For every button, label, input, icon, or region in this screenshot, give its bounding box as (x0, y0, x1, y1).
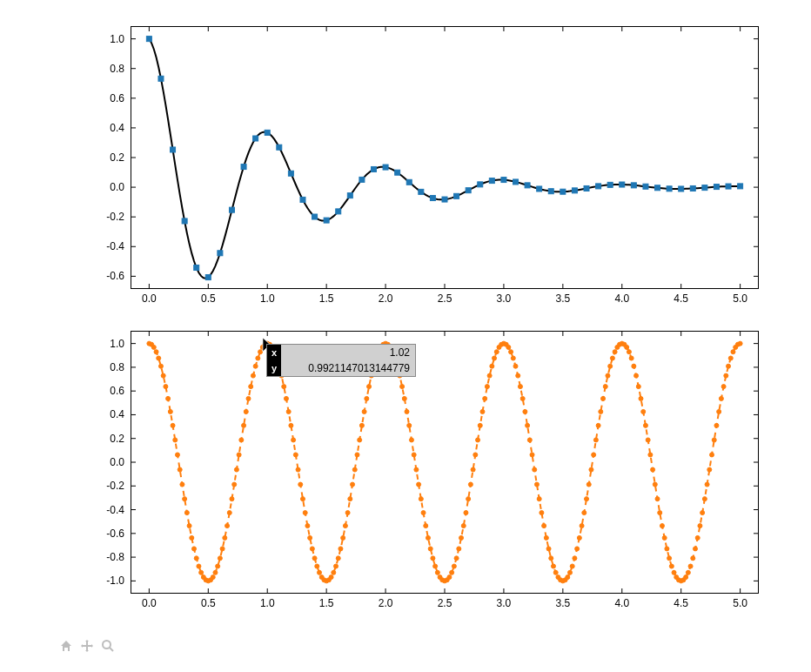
axes-top[interactable]: 0.00.51.01.52.02.53.03.54.04.55.0 -0.6-0… (131, 26, 759, 289)
marker (289, 423, 293, 427)
marker (229, 207, 234, 212)
marker (332, 570, 336, 575)
x-tick-label: 2.0 (379, 597, 393, 609)
y-tick-label: 0.2 (110, 433, 124, 445)
marker (298, 482, 303, 487)
marker (318, 570, 322, 575)
marker (540, 511, 544, 515)
marker (466, 497, 471, 501)
marker (168, 409, 172, 413)
marker (694, 547, 698, 551)
y-tick-label: -0.2 (106, 211, 124, 223)
home-icon[interactable] (57, 637, 75, 655)
marker (239, 438, 244, 442)
marker (286, 409, 291, 413)
marker (698, 524, 702, 528)
marker (293, 453, 298, 457)
marker (450, 570, 454, 575)
marker (220, 547, 225, 551)
marker (282, 385, 286, 389)
y-tick-label: -1.0 (106, 575, 124, 587)
x-tick-label: 4.0 (614, 292, 629, 305)
marker (334, 564, 338, 568)
marker (426, 535, 430, 540)
marker (599, 409, 603, 413)
marker (223, 535, 227, 540)
marker (601, 396, 606, 400)
marker (473, 453, 478, 457)
marker (183, 497, 187, 501)
marker (501, 178, 506, 183)
marker (509, 350, 513, 354)
marker (738, 341, 742, 346)
marker (607, 182, 613, 187)
marker (466, 188, 471, 193)
marker (471, 467, 475, 472)
marker (447, 575, 452, 580)
marker (146, 37, 151, 42)
marker (511, 356, 515, 360)
marker (452, 564, 456, 568)
marker (476, 438, 480, 442)
marker (351, 482, 355, 487)
pan-icon[interactable] (78, 637, 96, 655)
marker (303, 511, 307, 515)
marker (218, 251, 223, 256)
marker (589, 467, 593, 472)
marker (365, 396, 369, 400)
marker (315, 564, 319, 568)
marker (494, 350, 499, 354)
marker (478, 423, 482, 427)
axes-bottom[interactable]: 0.00.51.01.52.02.53.03.54.04.55.0 -1.0-0… (131, 331, 759, 594)
marker (549, 556, 553, 561)
marker (355, 453, 359, 457)
y-tick-label: 0.8 (110, 361, 124, 373)
marker (719, 396, 723, 400)
marker (655, 497, 660, 501)
marker (182, 218, 187, 224)
marker (292, 438, 296, 442)
marker (184, 511, 189, 515)
marker (171, 423, 175, 427)
marker (653, 482, 657, 487)
tooltip-y-value: 0.9921147013144779 (281, 360, 415, 376)
marker (566, 575, 570, 580)
marker (277, 144, 282, 150)
x-tick-label: 5.0 (733, 292, 747, 305)
y-tick-label: -0.2 (106, 480, 124, 492)
marker (721, 385, 726, 389)
marker (253, 136, 258, 141)
marker (216, 564, 220, 568)
marker (213, 570, 218, 575)
marker (367, 385, 372, 389)
marker (710, 453, 714, 457)
marker (175, 453, 179, 457)
marker (651, 467, 655, 472)
marker (329, 575, 333, 580)
marker (187, 524, 191, 528)
marker (641, 409, 646, 413)
y-tick-label: -0.4 (106, 240, 124, 252)
marker (173, 438, 178, 442)
marker (199, 570, 204, 575)
marker (485, 385, 489, 389)
marker (194, 265, 199, 270)
marker (695, 535, 700, 540)
marker (234, 467, 238, 472)
marker (586, 482, 591, 487)
marker (158, 76, 164, 81)
marker (530, 453, 534, 457)
marker (523, 409, 527, 413)
marker (244, 409, 248, 413)
marker (194, 556, 198, 561)
marker (707, 467, 712, 472)
y-tick-label: 1.0 (110, 338, 124, 350)
marker (430, 196, 435, 201)
x-tick-label: 5.0 (733, 597, 747, 609)
marker (151, 345, 156, 349)
marker (487, 373, 492, 378)
figure: 0.00.51.01.52.02.53.03.54.04.55.0 -0.6-0… (0, 0, 811, 672)
zoom-icon[interactable] (99, 637, 117, 655)
marker (593, 438, 598, 442)
marker (551, 564, 555, 568)
